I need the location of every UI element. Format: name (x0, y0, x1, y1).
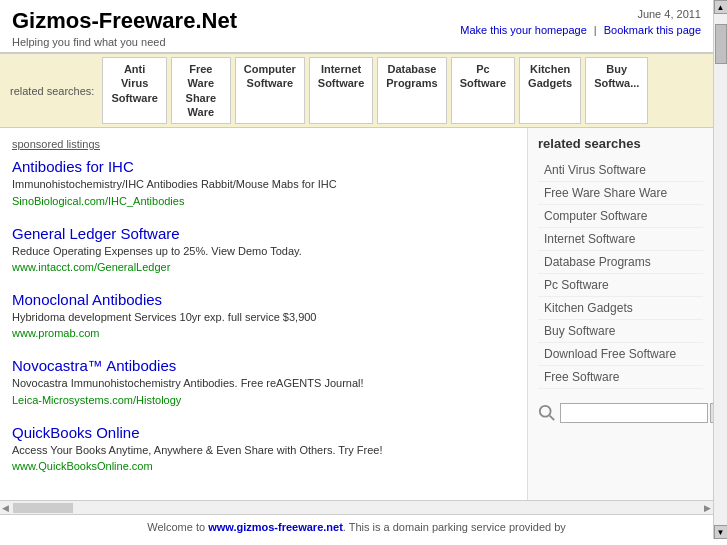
listing-4-url: Leica-Microsystems.com/Histology (12, 394, 515, 406)
footer-text: Welcome to (147, 521, 208, 533)
nav-tab-internet-software[interactable]: InternetSoftware (309, 57, 373, 124)
site-title: Gizmos-Freeware.Net (12, 8, 237, 34)
listing-4-desc: Novocastra Immunohistochemistry Antibodi… (12, 376, 515, 391)
search-input[interactable] (560, 403, 708, 423)
nav-tab-pc-software[interactable]: PcSoftware (451, 57, 515, 124)
sidebar-link-free-software[interactable]: Free Software (538, 366, 703, 389)
nav-tab-anti-virus[interactable]: AntiVirusSoftware (102, 57, 166, 124)
sidebar-link-anti-virus[interactable]: Anti Virus Software (538, 159, 703, 182)
listing-3: Monoclonal Antibodies Hybridoma developm… (12, 291, 515, 339)
date-label: June 4, 2011 (460, 8, 701, 20)
listing-2-title[interactable]: General Ledger Software (12, 225, 180, 242)
sidebar-link-database-programs[interactable]: Database Programs (538, 251, 703, 274)
vscroll-thumb[interactable] (715, 24, 727, 64)
sidebar-link-download-free[interactable]: Download Free Software (538, 343, 703, 366)
sidebar-title: related searches (538, 136, 703, 151)
bookmark-link[interactable]: Bookmark this page (604, 24, 701, 36)
search-icon (538, 404, 556, 422)
listing-2-url: www.intacct.com/GeneralLedger (12, 261, 515, 273)
footer-text2: . This is a domain parking service provi… (343, 521, 566, 533)
sidebar-link-pc-software[interactable]: Pc Software (538, 274, 703, 297)
listing-5-desc: Access Your Books Anytime, Anywhere & Ev… (12, 443, 515, 458)
vscroll-down-button[interactable]: ▼ (714, 525, 728, 539)
nav-tab-buy-software[interactable]: BuySoftwa... (585, 57, 648, 124)
horizontal-scrollbar[interactable]: ◀ ▶ (0, 500, 713, 514)
related-searches-nav-label: related searches: (4, 81, 100, 101)
sidebar-link-buy-software[interactable]: Buy Software (538, 320, 703, 343)
nav-tab-database-programs[interactable]: DatabasePrograms (377, 57, 446, 124)
svg-line-1 (550, 416, 555, 421)
listing-5-title[interactable]: QuickBooks Online (12, 424, 140, 441)
site-subtitle: Helping you find what you need (12, 36, 237, 48)
footer-bar: Welcome to www.gizmos-freeware.net. This… (0, 514, 713, 539)
vscroll-up-button[interactable]: ▲ (714, 0, 728, 14)
vscroll-track (714, 14, 728, 525)
listing-4-title[interactable]: Novocastra™ Antibodies (12, 357, 176, 374)
scroll-left-arrow[interactable]: ◀ (2, 503, 9, 513)
listing-1-desc: Immunohistochemistry/IHC Antibodies Rabb… (12, 177, 515, 192)
sidebar-link-free-ware[interactable]: Free Ware Share Ware (538, 182, 703, 205)
listing-2-desc: Reduce Operating Expenses up to 25%. Vie… (12, 244, 515, 259)
footer-link[interactable]: www.gizmos-freeware.net (208, 521, 343, 533)
listing-1-title[interactable]: Antibodies for IHC (12, 158, 134, 175)
nav-tab-computer-software[interactable]: ComputerSoftware (235, 57, 305, 124)
listing-3-url: www.promab.com (12, 327, 515, 339)
separator: | (594, 24, 597, 36)
nav-tab-free-ware[interactable]: FreeWareShareWare (171, 57, 231, 124)
listing-5-url: www.QuickBooksOnline.com (12, 460, 515, 472)
sidebar-link-kitchen-gadgets[interactable]: Kitchen Gadgets (538, 297, 703, 320)
sidebar-link-internet-software[interactable]: Internet Software (538, 228, 703, 251)
homepage-link[interactable]: Make this your homepage (460, 24, 587, 36)
scroll-thumb[interactable] (13, 503, 73, 513)
nav-tab-kitchen-gadgets[interactable]: KitchenGadgets (519, 57, 581, 124)
listing-3-title[interactable]: Monoclonal Antibodies (12, 291, 162, 308)
listing-1: Antibodies for IHC Immunohistochemistry/… (12, 158, 515, 206)
listing-4: Novocastra™ Antibodies Novocastra Immuno… (12, 357, 515, 405)
vertical-scrollbar[interactable]: ▲ ▼ (713, 0, 727, 539)
listing-1-url: SinoBiological.com/IHC_Antibodies (12, 195, 515, 207)
listing-5: QuickBooks Online Access Your Books Anyt… (12, 424, 515, 472)
sidebar-link-computer-software[interactable]: Computer Software (538, 205, 703, 228)
listing-3-desc: Hybridoma development Services 10yr exp.… (12, 310, 515, 325)
scroll-right-arrow[interactable]: ▶ (704, 503, 711, 513)
listing-2: General Ledger Software Reduce Operating… (12, 225, 515, 273)
svg-point-0 (540, 406, 551, 417)
sponsored-label: sponsored listings (12, 138, 515, 150)
